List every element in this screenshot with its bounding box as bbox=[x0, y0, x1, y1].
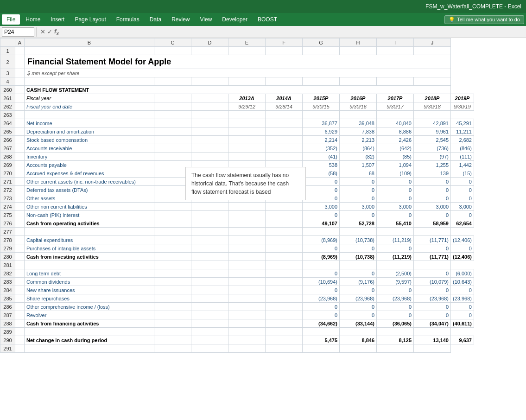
table-cell[interactable] bbox=[303, 344, 340, 353]
table-cell[interactable] bbox=[25, 344, 154, 353]
total-cell[interactable]: (34,662) bbox=[303, 319, 340, 328]
total-cell[interactable]: 8,846 bbox=[340, 336, 377, 344]
table-cell[interactable]: Other current assets (inc. non-trade rec… bbox=[25, 178, 154, 186]
table-cell[interactable] bbox=[266, 344, 303, 353]
total-cell[interactable]: 49,107 bbox=[303, 219, 340, 228]
table-cell[interactable] bbox=[377, 328, 414, 336]
table-cell[interactable] bbox=[228, 194, 266, 203]
table-cell[interactable] bbox=[228, 211, 266, 219]
spreadsheet[interactable]: A B C D E F G H I J 12Financial Statemen… bbox=[0, 38, 526, 420]
table-cell[interactable]: 0 bbox=[340, 186, 377, 194]
table-cell[interactable] bbox=[414, 228, 451, 236]
table-cell[interactable]: 0 bbox=[303, 286, 340, 294]
table-cell[interactable] bbox=[15, 119, 25, 127]
table-cell[interactable] bbox=[266, 111, 303, 119]
table-cell[interactable]: 0 bbox=[414, 244, 451, 253]
table-cell[interactable]: (82) bbox=[340, 153, 377, 161]
table-cell[interactable]: Share repurchases bbox=[25, 294, 154, 303]
table-cell[interactable]: (23,968) bbox=[340, 294, 377, 303]
table-cell[interactable]: (12,406) bbox=[451, 236, 474, 244]
table-cell[interactable] bbox=[228, 169, 266, 178]
table-cell[interactable] bbox=[228, 144, 266, 153]
table-cell[interactable]: 0 bbox=[377, 194, 414, 203]
table-cell[interactable]: 2,682 bbox=[451, 136, 474, 144]
table-cell[interactable] bbox=[15, 127, 25, 136]
total-cell[interactable] bbox=[154, 253, 191, 261]
table-cell[interactable] bbox=[15, 69, 25, 77]
total-cell[interactable]: 55,410 bbox=[377, 219, 414, 228]
table-cell[interactable] bbox=[154, 228, 191, 236]
table-cell[interactable] bbox=[414, 344, 451, 353]
table-cell[interactable] bbox=[15, 77, 25, 86]
total-cell[interactable]: Cash from operating activities bbox=[25, 219, 154, 228]
table-cell[interactable] bbox=[154, 194, 191, 203]
confirm-icon[interactable]: ✓ bbox=[47, 28, 52, 35]
table-cell[interactable]: 9,961 bbox=[414, 127, 451, 136]
total-cell[interactable]: (40,611) bbox=[451, 319, 474, 328]
table-cell[interactable]: (846) bbox=[451, 144, 474, 153]
table-cell[interactable]: 3,000 bbox=[340, 203, 377, 211]
table-cell[interactable] bbox=[191, 228, 228, 236]
table-cell[interactable] bbox=[15, 186, 25, 194]
table-cell[interactable]: (97) bbox=[414, 153, 451, 161]
table-cell[interactable] bbox=[15, 144, 25, 153]
table-cell[interactable] bbox=[228, 236, 266, 244]
table-cell[interactable]: 0 bbox=[414, 186, 451, 194]
total-cell[interactable] bbox=[228, 219, 266, 228]
table-cell[interactable]: Capital expenditures bbox=[25, 236, 154, 244]
table-cell[interactable] bbox=[191, 136, 228, 144]
table-cell[interactable]: 0 bbox=[340, 211, 377, 219]
total-cell[interactable]: (8,969) bbox=[303, 253, 340, 261]
table-cell[interactable] bbox=[266, 311, 303, 319]
table-cell[interactable]: (642) bbox=[377, 144, 414, 153]
table-cell[interactable] bbox=[15, 236, 25, 244]
table-cell[interactable]: Deferred tax assets (DTAs) bbox=[25, 186, 154, 194]
table-cell[interactable] bbox=[266, 203, 303, 211]
table-cell[interactable]: 2,545 bbox=[414, 136, 451, 144]
table-cell[interactable] bbox=[15, 169, 25, 178]
table-cell[interactable]: (23,968) bbox=[414, 294, 451, 303]
table-cell[interactable] bbox=[266, 261, 303, 269]
table-cell[interactable] bbox=[191, 186, 228, 194]
table-cell[interactable] bbox=[191, 127, 228, 136]
total-cell[interactable]: 5,475 bbox=[303, 336, 340, 344]
table-cell[interactable] bbox=[228, 286, 266, 294]
table-cell[interactable] bbox=[191, 278, 228, 286]
table-cell[interactable] bbox=[266, 119, 303, 127]
table-cell[interactable] bbox=[15, 178, 25, 186]
total-cell[interactable] bbox=[191, 319, 228, 328]
table-cell[interactable] bbox=[414, 77, 451, 86]
table-cell[interactable]: 0 bbox=[340, 311, 377, 319]
table-cell[interactable]: 45,291 bbox=[451, 119, 474, 127]
table-cell[interactable] bbox=[154, 211, 191, 219]
table-cell[interactable] bbox=[303, 328, 340, 336]
table-cell[interactable]: 1,094 bbox=[377, 161, 414, 169]
table-cell[interactable] bbox=[228, 153, 266, 161]
table-cell[interactable] bbox=[25, 77, 154, 86]
table-cell[interactable]: 0 bbox=[377, 311, 414, 319]
col-header-c[interactable]: C bbox=[154, 38, 191, 47]
table-cell[interactable] bbox=[154, 269, 191, 278]
table-cell[interactable] bbox=[15, 94, 25, 102]
total-cell[interactable]: (36,065) bbox=[377, 319, 414, 328]
table-cell[interactable]: Net income bbox=[25, 119, 154, 127]
table-cell[interactable]: (2,500) bbox=[377, 269, 414, 278]
table-cell[interactable] bbox=[228, 244, 266, 253]
table-cell[interactable] bbox=[303, 77, 340, 86]
total-cell[interactable]: 62,654 bbox=[451, 219, 474, 228]
table-cell[interactable] bbox=[154, 169, 191, 178]
table-cell[interactable]: (864) bbox=[340, 144, 377, 153]
table-cell[interactable] bbox=[191, 194, 228, 203]
table-cell[interactable] bbox=[15, 86, 25, 94]
table-cell[interactable]: (8,969) bbox=[303, 236, 340, 244]
table-cell[interactable] bbox=[191, 47, 228, 55]
table-cell[interactable] bbox=[154, 136, 191, 144]
table-cell[interactable] bbox=[25, 261, 154, 269]
total-cell[interactable] bbox=[266, 219, 303, 228]
table-cell[interactable]: Other comprehensive income / (loss) bbox=[25, 303, 154, 311]
table-cell[interactable] bbox=[266, 294, 303, 303]
table-cell[interactable] bbox=[154, 278, 191, 286]
tab-insert[interactable]: Insert bbox=[46, 14, 69, 25]
table-cell[interactable] bbox=[266, 244, 303, 253]
table-cell[interactable] bbox=[191, 344, 228, 353]
